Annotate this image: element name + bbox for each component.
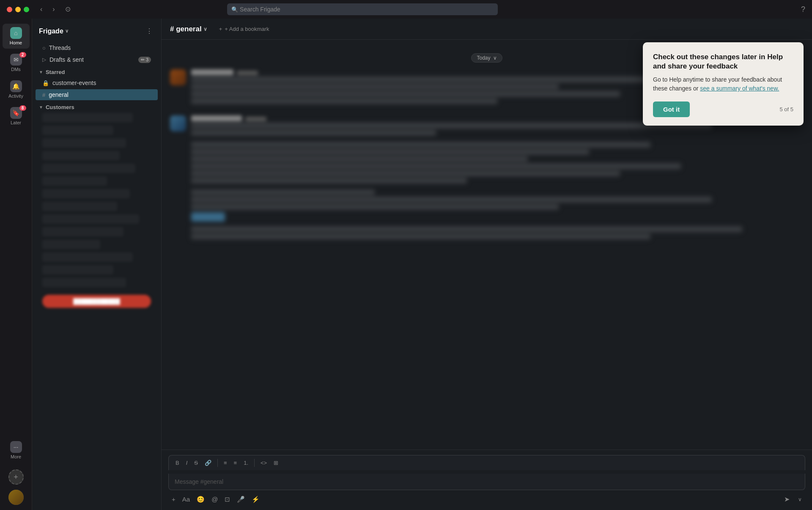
customers-chevron: ▼ [39, 105, 43, 110]
later-label: Later [11, 120, 21, 125]
red-action-button[interactable]: ████████████ [42, 295, 151, 308]
customers-label: Customers [46, 104, 74, 110]
help-popup-title: Check out these changes later in Help an… [653, 52, 793, 71]
drafts-icon: ▷ [42, 57, 46, 63]
audio-button[interactable]: 🎤 [235, 494, 247, 505]
activity-icon: 🔔 [10, 80, 22, 92]
blurred-channel-11 [42, 240, 100, 249]
lightning-button[interactable]: ⚡ [250, 494, 261, 505]
close-button[interactable] [7, 7, 12, 12]
hash-icon: # [42, 92, 45, 98]
send-button[interactable]: ➤ [781, 494, 793, 505]
threads-label: Threads [49, 44, 151, 51]
main-layout: ⌂ Home ✉ DMs 2 🔔 Activity 🔖 Later 8 ··· … [0, 19, 812, 510]
nav-item-activity[interactable]: 🔔 Activity [3, 77, 30, 102]
add-workspace-button[interactable]: + [8, 469, 24, 485]
add-bookmark-button[interactable]: + + Add a bookmark [219, 26, 269, 32]
message-input-area: B I S 🔗 ≡ ≡ 1. <> ⊞ + Aa 😊 @ ⊡ [162, 450, 812, 510]
workspace-name[interactable]: Frigade ∨ [39, 27, 69, 35]
search-input[interactable] [227, 3, 498, 15]
help-link[interactable]: see a summary of what's new. [700, 85, 779, 92]
channel-header: # general ∨ + + Add a bookmark [162, 19, 812, 40]
sidebar-item-customer-events[interactable]: 🔒 customer-events [36, 77, 158, 88]
input-actions: + Aa 😊 @ ⊡ 🎤 ⚡ ➤ ∨ [168, 494, 805, 505]
blurred-channel-8 [42, 202, 117, 211]
numbered-list-button[interactable]: 1. [241, 458, 251, 468]
sidebar-filter-button[interactable]: ⋮ [144, 25, 154, 37]
blurred-channel-14 [42, 278, 126, 287]
message-avatar-1 [170, 69, 186, 85]
nav-item-more[interactable]: ··· More [3, 438, 30, 463]
got-it-button[interactable]: Got it [653, 101, 690, 117]
shortcuts-button[interactable]: ⊡ [223, 494, 232, 505]
link-button[interactable]: 🔗 [202, 458, 214, 468]
help-popup-body: Go to Help anytime to share your feedbac… [653, 75, 793, 93]
back-button[interactable]: ‹ [38, 4, 45, 14]
bold-button[interactable]: B [173, 458, 182, 468]
fullscreen-button[interactable] [24, 7, 29, 12]
nav-item-later[interactable]: 🔖 Later 8 [3, 104, 30, 129]
nav-rail: ⌂ Home ✉ DMs 2 🔔 Activity 🔖 Later 8 ··· … [0, 19, 32, 510]
sidebar-item-drafts[interactable]: ▷ Drafts & sent ✏ 3 [36, 54, 158, 65]
help-popup-footer: Got it 5 of 5 [653, 101, 793, 117]
message-time-2 [245, 117, 266, 121]
customers-section-header[interactable]: ▼ Customers [32, 101, 161, 112]
history-button[interactable]: ⊙ [63, 4, 73, 14]
dms-label: DMs [11, 67, 21, 72]
activity-label: Activity [8, 93, 23, 99]
lock-icon: 🔒 [42, 80, 49, 86]
add-attachment-button[interactable]: + [170, 494, 177, 505]
bookmark-plus-icon: + [219, 26, 222, 32]
blurred-channel-4 [42, 151, 120, 160]
customer-events-label: customer-events [52, 80, 151, 86]
sidebar-item-general[interactable]: # general [36, 89, 158, 100]
toolbar-separator-1 [217, 459, 218, 467]
message-avatar-2 [170, 115, 186, 132]
blurred-channel-5 [42, 164, 135, 173]
later-badge: 8 [19, 105, 26, 111]
nav-item-home[interactable]: ⌂ Home [3, 24, 30, 49]
message-input[interactable] [175, 478, 799, 485]
message-time-1 [237, 71, 258, 75]
minimize-button[interactable] [15, 7, 21, 12]
nav-item-dms[interactable]: ✉ DMs 2 [3, 50, 30, 75]
message-content-2 [191, 115, 804, 241]
date-pill[interactable]: Today ∨ [471, 53, 502, 63]
blurred-channel-2 [42, 126, 113, 135]
channel-area: # general ∨ + + Add a bookmark Today ∨ [162, 19, 812, 510]
channel-name[interactable]: # general ∨ [170, 25, 207, 33]
user-avatar[interactable] [8, 490, 24, 505]
ordered-list-button[interactable]: ≡ [221, 458, 230, 468]
font-button[interactable]: Aa [181, 494, 192, 505]
italic-button[interactable]: I [184, 458, 190, 468]
blurred-channel-13 [42, 265, 113, 274]
starred-section-header[interactable]: ▼ Starred [32, 66, 161, 77]
drafts-label: Drafts & sent [49, 56, 135, 63]
blurred-channel-7 [42, 189, 130, 198]
starred-chevron: ▼ [39, 70, 43, 74]
emoji-button[interactable]: 😊 [195, 494, 206, 505]
help-icon[interactable]: ? [801, 5, 805, 14]
code-button[interactable]: <> [258, 458, 269, 468]
toolbar-separator-2 [254, 459, 255, 467]
block-button[interactable]: ⊞ [271, 458, 281, 468]
bullet-list-button[interactable]: ≡ [231, 458, 240, 468]
message-group-2 [162, 114, 812, 242]
channel-chevron: ∨ [203, 26, 207, 32]
titlebar: ‹ › ⊙ 🔍 ? [0, 0, 812, 19]
blurred-channel-12 [42, 252, 133, 262]
sidebar: Frigade ∨ ⋮ ○ Threads ▷ Drafts & sent ✏ … [32, 19, 162, 510]
workspace-chevron: ∨ [65, 28, 69, 34]
message-input-box [168, 474, 805, 490]
input-toolbar: B I S 🔗 ≡ ≡ 1. <> ⊞ [168, 455, 805, 470]
starred-label: Starred [46, 69, 65, 75]
sidebar-item-threads[interactable]: ○ Threads [36, 42, 158, 53]
date-chevron: ∨ [493, 55, 497, 61]
dms-badge: 2 [19, 52, 26, 58]
threads-icon: ○ [42, 45, 46, 51]
forward-button[interactable]: › [50, 4, 57, 14]
strikethrough-button[interactable]: S [192, 458, 200, 468]
blurred-channel-9 [42, 214, 139, 224]
send-dropdown-button[interactable]: ∨ [796, 495, 804, 504]
mention-button[interactable]: @ [210, 494, 219, 505]
